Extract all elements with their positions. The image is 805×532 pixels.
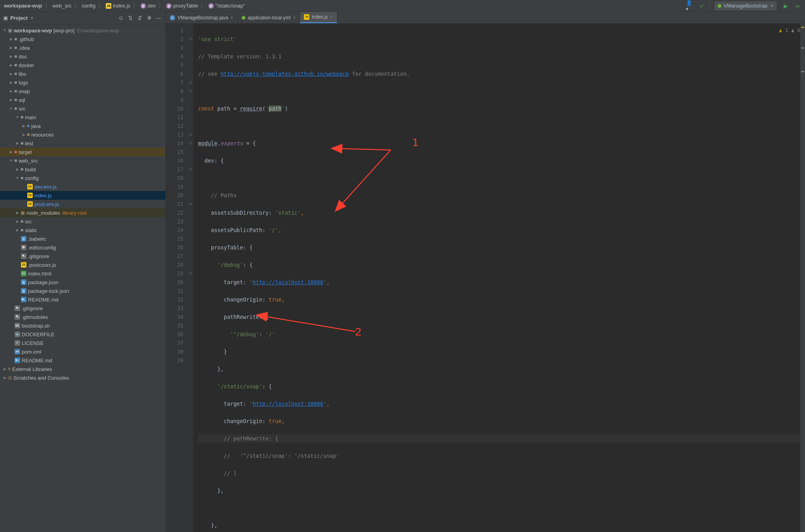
- tree-folder[interactable]: ▶■logs: [0, 78, 165, 87]
- tree-file[interactable]: JS.postcssrc.js: [0, 260, 165, 269]
- code-content[interactable]: 'use strict' // Template version: 1.3.1 …: [193, 24, 805, 532]
- tree-file[interactable]: JSprod.env.js: [0, 200, 165, 208]
- fold-gutter[interactable]: ⊟⊟⊟⊟⊟⊟⊟⊟: [188, 24, 193, 532]
- annotation-label-2: 2: [355, 328, 361, 336]
- tree-folder[interactable]: ▶■.idea: [0, 43, 165, 52]
- editor-tab-active[interactable]: JSindex.js×: [300, 12, 337, 23]
- project-panel-header: ▣ Project ▼ ⊙ ⇅ ⇵ ✻ —: [0, 12, 165, 24]
- tree-folder[interactable]: ▼■web_src: [0, 156, 165, 165]
- breadcrumb: workspace-wvp 〉 web_src 〉 config 〉 JSind…: [3, 2, 685, 9]
- tree-file[interactable]: mpom.xml: [0, 347, 165, 356]
- crumb-project[interactable]: workspace-wvp: [3, 3, 43, 9]
- chevron-icon: 〉: [200, 2, 207, 9]
- tree-folder[interactable]: ▶■docker: [0, 61, 165, 69]
- tree-file-selected[interactable]: JSindex.js: [0, 191, 165, 200]
- select-opened-file-icon[interactable]: ⊙: [117, 15, 124, 22]
- crumb-folder[interactable]: web_src: [52, 3, 72, 9]
- tree-file[interactable]: <>index.html: [0, 269, 165, 278]
- crumb-file[interactable]: JSindex.js: [105, 3, 131, 9]
- spring-boot-icon: ⬢: [242, 15, 245, 21]
- tree-file[interactable]: ✎.gitmodules: [0, 313, 165, 321]
- close-icon[interactable]: ×: [330, 14, 333, 20]
- hide-icon[interactable]: —: [155, 15, 162, 22]
- tree-folder[interactable]: ▶■static: [0, 226, 165, 234]
- collapse-all-icon[interactable]: ⇵: [136, 15, 143, 22]
- crumb-folder[interactable]: config: [81, 3, 96, 9]
- tree-folder[interactable]: ▶■sql: [0, 96, 165, 104]
- line-number-gutter: 1234567891011121314151617181920212223242…: [166, 24, 188, 532]
- chevron-icon: 〉: [73, 2, 80, 9]
- weak-warning-icon: ▲: [791, 26, 794, 35]
- tree-file[interactable]: ⚙.editorconfig: [0, 243, 165, 252]
- inspection-indicators[interactable]: ▲1 ▲6: [779, 26, 800, 35]
- tree-file[interactable]: ≡LICENSE: [0, 339, 165, 347]
- crumb-symbol[interactable]: p"/static/snap": [208, 3, 246, 9]
- property-icon: p: [208, 3, 214, 9]
- chevron-icon: 〉: [132, 2, 139, 9]
- tab-label: VManageBootstrap.java: [178, 15, 228, 21]
- annotation-label-1: 1: [412, 138, 419, 147]
- code-editor[interactable]: 1234567891011121314151617181920212223242…: [166, 24, 805, 532]
- tree-file[interactable]: {}.babelrc: [0, 234, 165, 243]
- editor-tab[interactable]: ⬢application-local.yml×: [238, 12, 300, 23]
- tree-folder[interactable]: ▶■libs: [0, 69, 165, 78]
- crumb-symbol[interactable]: pproxyTable: [165, 3, 199, 9]
- tree-project-root[interactable]: ▼▣workspace-wvp [wvp-pro]D:\workspace-wv…: [0, 26, 165, 35]
- property-icon: p: [166, 3, 172, 9]
- tree-external-libraries[interactable]: ▶≡External Libraries: [0, 365, 165, 373]
- dropdown-arrow-icon[interactable]: ▼: [30, 16, 34, 20]
- run-configuration-select[interactable]: ⬢ VManageBootstrap ▼: [715, 2, 777, 10]
- spring-boot-icon: ⬢: [717, 3, 721, 9]
- tree-folder[interactable]: ▶■test: [0, 139, 165, 148]
- tree-file[interactable]: shbootstrap.sh: [0, 321, 165, 330]
- close-icon[interactable]: ×: [293, 15, 296, 21]
- tree-folder[interactable]: ▼■main: [0, 113, 165, 122]
- tree-folder[interactable]: ▼■config: [0, 174, 165, 182]
- tree-folder[interactable]: ▶■.github: [0, 35, 165, 43]
- toolbar-right: 👤▾ ↙ ⬢ VManageBootstrap ▼ ▶ ⌯: [686, 2, 802, 10]
- chevron-icon: 〉: [44, 2, 51, 9]
- js-icon: JS: [304, 14, 309, 20]
- chevron-icon: 〉: [157, 2, 165, 9]
- project-tree[interactable]: ▼▣workspace-wvp [wvp-pro]D:\workspace-wv…: [0, 24, 165, 532]
- tree-folder[interactable]: ▶■resources: [0, 130, 165, 139]
- vcs-update-icon[interactable]: ↙: [698, 2, 706, 10]
- editor-scrollbar[interactable]: [800, 24, 805, 532]
- tree-folder[interactable]: ▶▣node_moduleslibrary root: [0, 208, 165, 217]
- tree-folder[interactable]: ▶■java: [0, 122, 165, 130]
- project-view-icon[interactable]: ▣: [3, 15, 8, 21]
- java-class-icon: C: [170, 15, 175, 21]
- tree-file[interactable]: 🐳DOCKERFILE: [0, 330, 165, 339]
- tree-file[interactable]: M↓README.md: [0, 295, 165, 304]
- tree-file[interactable]: ✎.gitignore: [0, 252, 165, 260]
- project-tool-window: ▣ Project ▼ ⊙ ⇅ ⇵ ✻ — ▼▣workspace-wvp [w…: [0, 12, 166, 532]
- expand-all-icon[interactable]: ⇅: [127, 15, 134, 22]
- editor-tab[interactable]: CVManageBootstrap.java×: [166, 12, 238, 23]
- warning-icon: ▲: [779, 26, 782, 35]
- tree-folder[interactable]: ▶■snap: [0, 87, 165, 96]
- warning-count: 1: [785, 26, 788, 35]
- tree-folder[interactable]: ▶■src: [0, 217, 165, 226]
- run-button[interactable]: ▶: [781, 2, 790, 10]
- tree-file[interactable]: {}package-lock.json: [0, 287, 165, 295]
- navigation-bar: workspace-wvp 〉 web_src 〉 config 〉 JSind…: [0, 0, 805, 12]
- tree-file[interactable]: M↓README.md: [0, 356, 165, 365]
- tree-folder-target[interactable]: ▶■target: [0, 148, 165, 156]
- debug-button[interactable]: ⌯: [793, 2, 802, 10]
- close-icon[interactable]: ×: [230, 15, 233, 21]
- property-icon: p: [140, 3, 146, 9]
- tree-folder[interactable]: ▶■doc: [0, 52, 165, 61]
- tree-scratches[interactable]: ▶◎Scratches and Consoles: [0, 373, 165, 382]
- project-panel-title: Project: [10, 15, 28, 21]
- settings-icon[interactable]: ✻: [146, 15, 153, 22]
- tree-folder[interactable]: ▶■build: [0, 165, 165, 174]
- tab-label: index.js: [312, 14, 328, 20]
- run-config-label: VManageBootstrap: [724, 3, 768, 9]
- tree-file[interactable]: ✎.gitignore: [0, 304, 165, 313]
- tree-file[interactable]: JSdev.env.js: [0, 182, 165, 191]
- user-icon[interactable]: 👤▾: [686, 2, 695, 10]
- tree-file[interactable]: {}package.json: [0, 278, 165, 287]
- tree-folder[interactable]: ▼■src: [0, 104, 165, 113]
- crumb-symbol[interactable]: pdev: [140, 3, 157, 9]
- tab-label: application-local.yml: [248, 15, 290, 21]
